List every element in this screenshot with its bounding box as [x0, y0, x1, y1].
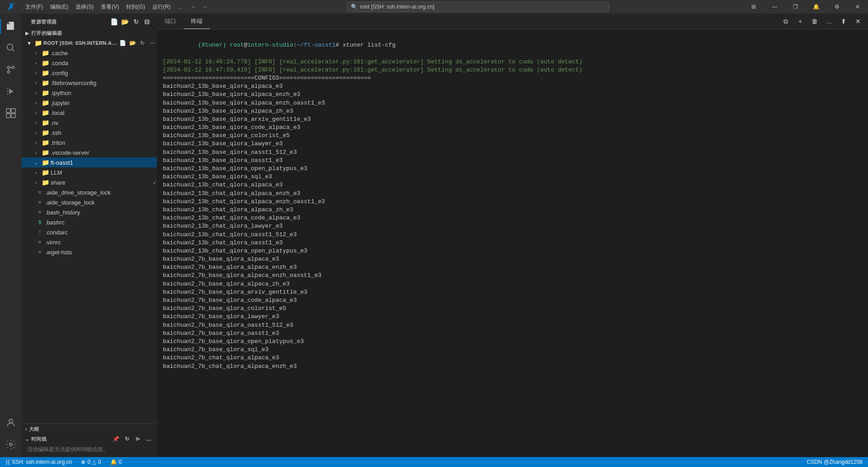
minimize-button[interactable]: —: [764, 0, 785, 14]
chevron-right-icon: ›: [33, 170, 40, 175]
chevron-down-icon: ▾: [25, 39, 33, 47]
refresh-button[interactable]: ↻: [132, 17, 141, 26]
activity-run-debug[interactable]: [0, 81, 22, 102]
tree-item-cache[interactable]: › 📁 .cache: [22, 48, 157, 58]
terminal-config-13: baichuan2_13b_chat_qlora_alpaca_enzh_e3: [163, 190, 863, 198]
menu-view[interactable]: 查看(V): [97, 0, 123, 14]
tree-label-ft-oasst1: ft-oasst1: [51, 159, 157, 166]
restore-button[interactable]: ❐: [785, 0, 806, 14]
tree-item-ssh[interactable]: › 📁 .ssh: [22, 128, 157, 138]
terminal-config-7: baichuan2_13b_base_qlora_lawyer_e3: [163, 140, 863, 148]
timeline-filter-button[interactable]: ⊳: [133, 434, 142, 443]
tree-item-local[interactable]: › 📁 .local: [22, 108, 157, 118]
more-terminal-button[interactable]: …: [823, 15, 835, 28]
timeline-refresh-button[interactable]: ↻: [123, 434, 132, 443]
tree-item-nv[interactable]: › 📁 .nv: [22, 118, 157, 128]
tree-item-conda[interactable]: › 📁 .conda: [22, 58, 157, 68]
menu-file[interactable]: 文件(F): [22, 0, 47, 14]
new-folder-button[interactable]: 📂: [121, 17, 130, 26]
file-equals-icon2: =: [36, 200, 43, 205]
svg-point-9: [9, 443, 12, 446]
outline-header[interactable]: › 大纲: [22, 424, 157, 434]
svg-point-2: [12, 67, 14, 69]
new-file-button[interactable]: 📄: [110, 17, 119, 26]
tree-item-wget-hsts[interactable]: = .wget-hsts: [22, 247, 157, 257]
status-credit[interactable]: CSDN @Zhangdd1208: [805, 457, 864, 467]
terminal-config-2: baichuan2_13b_base_qlora_alpaca_enzh_oas…: [163, 99, 863, 107]
chevron-right-icon: ›: [33, 81, 40, 86]
folder-icon-triton: 📁: [42, 139, 49, 146]
tree-item-config[interactable]: › 📁 .config: [22, 68, 157, 78]
open-editors-section[interactable]: ▶ 打开的编辑器: [22, 28, 157, 38]
file-equals-icon: =: [36, 190, 43, 195]
tree-item-ft-oasst1[interactable]: ⌄ 📁 ft-oasst1: [22, 157, 157, 167]
root-refresh[interactable]: ↻: [138, 38, 147, 48]
nav-forward-button[interactable]: →: [201, 3, 208, 11]
activity-extensions[interactable]: [0, 102, 22, 124]
menu-run[interactable]: 运行(R): [149, 0, 175, 14]
tree-item-triton[interactable]: › 📁 .triton: [22, 138, 157, 148]
terminal-config-0: baichuan2_13b_base_qlora_alpaca_e3: [163, 82, 863, 91]
folder-icon-local: 📁: [42, 109, 49, 116]
root-more[interactable]: ⋯: [148, 38, 157, 48]
terminal-tab-port[interactable]: 端口: [157, 14, 184, 29]
activity-explorer[interactable]: [0, 15, 22, 37]
tree-item-aide-storage[interactable]: = .aide_storage_lock: [22, 197, 157, 207]
timeline-pin-button[interactable]: 📌: [112, 434, 121, 443]
terminal-config-4: baichuan2_13b_base_qlora_arxiv_gentitle_…: [163, 115, 863, 124]
tree-item-aide-drive[interactable]: = .aide_drive_storage_lock: [22, 187, 157, 197]
folder-icon-share: 📁: [42, 179, 49, 186]
menu-more[interactable]: …: [174, 0, 187, 14]
tree-item-filebrowserconfig[interactable]: › 📁 .filebrowserconfig: [22, 78, 157, 88]
tree-item-bashrc[interactable]: $ .bashrc: [22, 217, 157, 227]
terminal-config-10: baichuan2_13b_base_qlora_open_platypus_e…: [163, 165, 863, 173]
tree-item-vimrc[interactable]: = .vimrc: [22, 237, 157, 247]
nav-back-button[interactable]: ←: [190, 3, 198, 11]
notifications-button[interactable]: 🔔: [806, 0, 826, 14]
menu-select[interactable]: 选择(S): [72, 0, 97, 14]
tree-item-llm[interactable]: › 📁 LLM: [22, 167, 157, 177]
tree-item-jupyter[interactable]: › 📁 .jupyter: [22, 98, 157, 108]
root-folder[interactable]: ▾ 📁 ROOT [SSH: SSH.INTERN-AI.O...] 📄 📂 ↻…: [22, 38, 157, 48]
trash-terminal-button[interactable]: 🗑: [808, 15, 821, 28]
root-new-file[interactable]: 📄: [118, 38, 127, 48]
settings-icon-title[interactable]: ⚙: [826, 0, 847, 14]
activity-settings[interactable]: [0, 434, 22, 455]
tree-label-share: share: [51, 179, 151, 186]
tree-item-vscode-server[interactable]: › 📁 .vscode-server: [22, 148, 157, 157]
activity-accounts[interactable]: [0, 412, 22, 434]
sidebar-content: ▶ 打开的编辑器 ▾ 📁 ROOT [SSH: SSH.INTERN-AI.O.…: [22, 28, 157, 424]
add-terminal-button[interactable]: +: [794, 15, 807, 28]
root-folder-icon: 📁: [34, 39, 42, 47]
terminal-line-separator: ==========================CONFIGS=======…: [163, 74, 863, 82]
tree-label-nv: .nv: [51, 119, 157, 126]
collapse-all-button[interactable]: ⊟: [142, 17, 151, 26]
status-info[interactable]: 🔔 0: [108, 457, 124, 467]
terminal-tab-terminal[interactable]: 终端: [184, 14, 210, 29]
close-panel-button[interactable]: ✕: [852, 15, 864, 28]
tree-item-condarc[interactable]: ! .condarc: [22, 227, 157, 237]
warning-icon: △: [92, 459, 96, 465]
maximize-panel-button[interactable]: ⬆: [837, 15, 850, 28]
search-bar[interactable]: 🔍 root [SSH: ssh.intern-ai.org.cn]: [347, 2, 609, 12]
menu-goto[interactable]: 转到(G): [123, 0, 148, 14]
activity-source-control[interactable]: [0, 59, 22, 81]
timeline-more-button[interactable]: …: [144, 434, 153, 443]
timeline-header[interactable]: ⌄ 时间线 📌 ↻ ⊳ …: [22, 434, 157, 444]
status-errors[interactable]: ⊗ 0 △ 0: [79, 457, 103, 467]
tree-item-ipython[interactable]: › 📁 .ipython: [22, 88, 157, 98]
svg-point-1: [8, 67, 10, 69]
root-new-folder[interactable]: 📂: [128, 38, 137, 48]
close-button[interactable]: ✕: [847, 0, 868, 14]
menu-edit[interactable]: 编辑(E): [47, 0, 72, 14]
terminal-content[interactable]: (Xtuner) root@intern-studio:~/ft-oasst1#…: [157, 29, 868, 457]
tree-item-share[interactable]: › 📁 share ↙: [22, 177, 157, 187]
split-terminal-button[interactable]: ⧉: [779, 15, 792, 28]
chevron-right-icon: ›: [33, 130, 40, 135]
status-ssh[interactable]: ⟩⟨ SSH: ssh.intern-ai.org.cn: [4, 457, 74, 467]
svg-point-8: [9, 419, 13, 423]
activity-search[interactable]: [0, 37, 22, 59]
tree-label-vscode-server: .vscode-server: [51, 149, 157, 156]
layout-button[interactable]: ⊞: [743, 0, 764, 14]
tree-item-bash-history[interactable]: = .bash_history: [22, 207, 157, 217]
